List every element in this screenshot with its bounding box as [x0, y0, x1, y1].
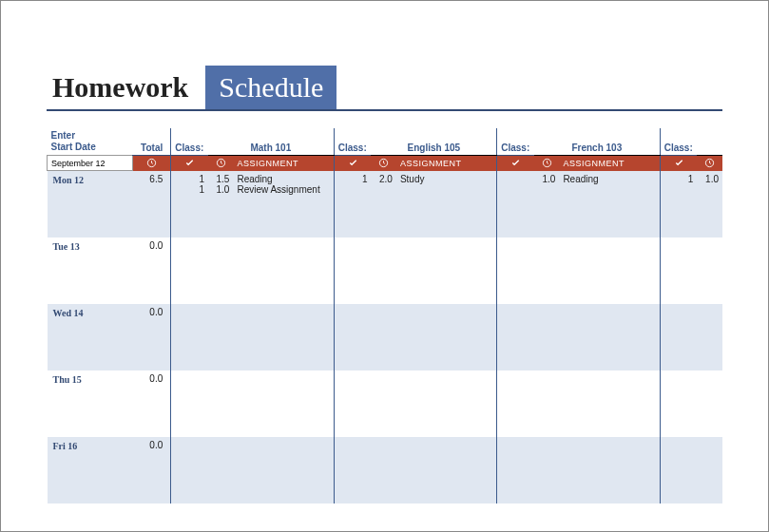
day-total: 0.0 [132, 437, 171, 504]
class-name-4[interactable] [697, 128, 722, 156]
clock-icon [208, 156, 233, 171]
day-row: Tue 130.0 [48, 238, 723, 304]
check-icon [334, 156, 371, 171]
hours-cell[interactable]: 1.0 [534, 171, 559, 238]
class-name-2[interactable]: English 105 [371, 128, 496, 156]
assignment-cell[interactable] [559, 437, 660, 504]
day-total: 0.0 [132, 238, 171, 304]
day-total: 0.0 [132, 304, 171, 370]
hours-cell[interactable] [534, 304, 559, 370]
check-cell[interactable] [660, 238, 697, 304]
hours-cell[interactable]: 1.0 [697, 171, 722, 238]
schedule-table: Enter Start Date Total Class: Math 101 C… [47, 128, 722, 504]
assignment-cell[interactable] [559, 238, 660, 304]
class-name-3[interactable]: French 103 [534, 128, 660, 156]
clock-icon [534, 156, 559, 171]
day-row: Thu 150.0 [48, 370, 723, 437]
hours-cell[interactable]: 1.51.0 [208, 171, 233, 238]
title-left: Homework [47, 66, 205, 109]
day-label: Thu 15 [48, 370, 133, 437]
check-cell[interactable] [497, 370, 534, 437]
check-cell[interactable] [171, 370, 208, 437]
assignment-cell[interactable]: ReadingReview Assignment [233, 171, 334, 238]
class-label-2: Class: [334, 128, 371, 156]
check-cell[interactable] [497, 171, 534, 238]
assignment-cell[interactable] [396, 304, 497, 370]
title-right: Schedule [205, 66, 336, 109]
hours-cell[interactable] [208, 370, 233, 437]
class-label-3: Class: [497, 128, 534, 156]
day-label: Mon 12 [48, 171, 133, 238]
check-cell[interactable]: 1 [334, 171, 371, 238]
hours-cell[interactable] [534, 238, 559, 304]
assignment-cell[interactable] [396, 437, 497, 504]
hours-cell[interactable] [697, 304, 722, 370]
check-cell[interactable] [660, 370, 697, 437]
clock-icon [371, 156, 395, 171]
class-label-1: Class: [171, 128, 208, 156]
assignment-cell[interactable] [233, 304, 334, 370]
hours-cell[interactable] [697, 437, 722, 504]
assignment-header-1: ASSIGNMENT [233, 156, 334, 171]
day-total: 6.5 [132, 171, 171, 238]
total-clock-icon [132, 156, 171, 171]
check-icon [171, 156, 208, 171]
check-icon [660, 156, 697, 171]
hours-cell[interactable] [208, 238, 233, 304]
day-row: Fri 160.0 [48, 437, 723, 504]
check-cell[interactable] [334, 370, 371, 437]
assignment-cell[interactable] [233, 370, 334, 437]
check-cell[interactable] [334, 238, 371, 304]
check-cell[interactable] [334, 304, 371, 370]
check-cell[interactable] [171, 437, 208, 504]
assignment-cell[interactable] [559, 370, 660, 437]
assignment-cell[interactable] [559, 304, 660, 370]
hours-cell[interactable] [371, 370, 395, 437]
check-cell[interactable] [497, 304, 534, 370]
check-cell[interactable] [171, 238, 208, 304]
assignment-cell[interactable] [396, 238, 497, 304]
class-name-1[interactable]: Math 101 [208, 128, 334, 156]
class-label-4: Class: [660, 128, 697, 156]
day-row: Wed 140.0 [48, 304, 723, 370]
check-cell[interactable] [497, 437, 534, 504]
assignment-cell[interactable] [233, 238, 334, 304]
check-cell[interactable] [171, 304, 208, 370]
enter-start-date-label: Enter Start Date [48, 128, 133, 156]
schedule-sheet: Enter Start Date Total Class: Math 101 C… [47, 128, 722, 503]
column-header-row: September 12 ASSIGNMENT ASSIGNMENT ASSIG… [48, 156, 723, 171]
total-label: Total [132, 128, 171, 156]
check-cell[interactable] [334, 437, 371, 504]
assignment-cell[interactable]: Study [396, 171, 497, 238]
hours-cell[interactable]: 2.0 [371, 171, 395, 238]
check-cell[interactable] [660, 304, 697, 370]
hours-cell[interactable] [534, 437, 559, 504]
check-cell[interactable]: 11 [171, 171, 208, 238]
check-cell[interactable] [660, 437, 697, 504]
title-block: Homework Schedule [47, 66, 722, 111]
assignment-header-3: ASSIGNMENT [559, 156, 660, 171]
day-label: Tue 13 [48, 238, 133, 304]
day-total: 0.0 [132, 370, 171, 437]
day-label: Fri 16 [48, 437, 133, 504]
day-label: Wed 14 [48, 304, 133, 370]
hours-cell[interactable] [208, 437, 233, 504]
assignment-cell[interactable] [233, 437, 334, 504]
assignment-cell[interactable]: Reading [559, 171, 660, 238]
check-cell[interactable] [497, 238, 534, 304]
hours-cell[interactable] [697, 370, 722, 437]
day-row: Mon 126.5111.51.0ReadingReview Assignmen… [48, 171, 723, 238]
hours-cell[interactable] [371, 304, 395, 370]
hours-cell[interactable] [534, 370, 559, 437]
hours-cell[interactable] [371, 238, 395, 304]
start-date-input[interactable]: September 12 [48, 156, 133, 171]
assignment-header-2: ASSIGNMENT [396, 156, 497, 171]
clock-icon [697, 156, 722, 171]
hours-cell[interactable] [697, 238, 722, 304]
hours-cell[interactable] [208, 304, 233, 370]
assignment-cell[interactable] [396, 370, 497, 437]
header-row: Enter Start Date Total Class: Math 101 C… [48, 128, 723, 156]
check-icon [497, 156, 534, 171]
hours-cell[interactable] [371, 437, 395, 504]
check-cell[interactable]: 1 [660, 171, 697, 238]
